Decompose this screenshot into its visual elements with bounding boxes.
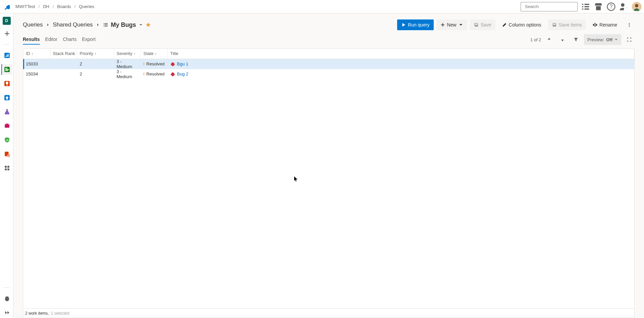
header-crumb[interactable]: Queries bbox=[23, 21, 43, 28]
breadcrumb-item[interactable]: Boards bbox=[56, 3, 72, 10]
column-header-severity[interactable]: Severity↑ bbox=[114, 49, 141, 59]
expand-nav-icon[interactable] bbox=[1, 307, 12, 318]
next-item-button[interactable] bbox=[557, 34, 568, 45]
avatar[interactable] bbox=[632, 2, 641, 11]
run-query-label: Run query bbox=[408, 22, 430, 28]
svg-point-15 bbox=[629, 26, 630, 26]
favorite-star-icon[interactable] bbox=[146, 22, 151, 28]
tabs: ResultsEditorChartsExport bbox=[23, 35, 96, 45]
header-crumb[interactable]: Shared Queries bbox=[53, 21, 93, 28]
svg-text:?: ? bbox=[610, 4, 613, 9]
bug-icon bbox=[170, 62, 175, 66]
status-bar: 2 work items, 1 selected bbox=[23, 308, 634, 318]
status-selected: 1 selected bbox=[51, 311, 69, 316]
breadcrumb-sep: / bbox=[39, 4, 40, 9]
breadcrumb-sep: / bbox=[74, 4, 76, 9]
cell-stack bbox=[50, 69, 77, 79]
column-header-id[interactable]: ID↑ bbox=[23, 49, 50, 59]
results-grid: ID↑ Stack Rank↑ Priority↑ Severity↑ Stat… bbox=[23, 48, 635, 318]
svg-point-4 bbox=[635, 4, 638, 7]
save-button: Save bbox=[470, 19, 495, 30]
table-row[interactable]: 1503423 - MediumResolvedBug 2 bbox=[23, 69, 634, 79]
cell-state: Resolved bbox=[141, 59, 167, 69]
project-badge[interactable]: D bbox=[3, 17, 11, 25]
chevron-right-icon bbox=[46, 23, 50, 26]
breadcrumb-item[interactable]: MWITTest bbox=[14, 3, 37, 10]
preview-toggle[interactable]: Preview: Off bbox=[584, 34, 621, 45]
breadcrumb-item[interactable]: DH bbox=[42, 3, 51, 10]
rename-button[interactable]: Rename bbox=[589, 19, 621, 30]
table-row[interactable]: 1503323 - MediumResolvedBgu 1 bbox=[23, 59, 634, 69]
chevron-down-icon bbox=[614, 38, 618, 41]
topbar: MWITTest / DH / Boards / Queries ? bbox=[0, 0, 644, 13]
preview-label: Preview: bbox=[587, 37, 604, 42]
status-items: 2 work items, bbox=[25, 311, 49, 316]
column-header-priority[interactable]: Priority↑ bbox=[77, 49, 114, 59]
filter-button[interactable] bbox=[571, 34, 581, 45]
chevron-right-icon bbox=[96, 23, 100, 26]
tab-export[interactable]: Export bbox=[82, 35, 95, 45]
marketplace-icon[interactable] bbox=[594, 2, 603, 11]
compliance-icon[interactable] bbox=[1, 135, 12, 145]
chevron-down-icon bbox=[459, 22, 463, 27]
project-settings-icon[interactable] bbox=[1, 293, 12, 304]
column-options-label: Column options bbox=[509, 22, 541, 28]
tab-charts[interactable]: Charts bbox=[63, 35, 76, 45]
boards-icon[interactable] bbox=[1, 64, 12, 75]
help-icon[interactable]: ? bbox=[606, 2, 616, 11]
page-title[interactable]: My Bugs bbox=[111, 21, 136, 29]
preview-value: Off bbox=[606, 37, 612, 42]
search-input[interactable] bbox=[525, 4, 581, 9]
cell-severity: 3 - Medium bbox=[114, 69, 141, 79]
cell-priority: 2 bbox=[77, 69, 114, 79]
cell-id: 15034 bbox=[23, 69, 50, 79]
cell-title: Bgu 1 bbox=[167, 59, 634, 69]
run-query-button[interactable]: Run query bbox=[397, 19, 434, 30]
save-items-label: Save items bbox=[559, 22, 582, 28]
state-dot-icon bbox=[144, 62, 145, 65]
work-item-link[interactable]: Bgu 1 bbox=[177, 61, 189, 66]
cell-id: 15033 bbox=[23, 59, 50, 69]
svg-point-2 bbox=[621, 3, 625, 7]
artifacts-icon[interactable] bbox=[1, 120, 12, 131]
svg-point-13 bbox=[629, 23, 630, 23]
cell-state: Resolved bbox=[141, 69, 167, 79]
wiki-icon[interactable] bbox=[1, 149, 12, 159]
main-content: Queries Shared Queries My Bugs Run query bbox=[13, 13, 644, 318]
state-dot-icon bbox=[144, 72, 145, 75]
tasks-icon[interactable] bbox=[581, 2, 590, 11]
column-header-stack-rank[interactable]: Stack Rank↑ bbox=[50, 49, 77, 59]
tab-results[interactable]: Results bbox=[23, 35, 40, 45]
cell-priority: 2 bbox=[77, 59, 114, 69]
left-nav: D bbox=[0, 13, 13, 318]
cell-stack bbox=[50, 59, 77, 69]
column-options-button[interactable]: Column options bbox=[498, 19, 545, 30]
save-items-button: Save items bbox=[548, 19, 586, 30]
search-box[interactable] bbox=[521, 2, 578, 11]
add-icon[interactable] bbox=[1, 28, 12, 39]
user-settings-icon[interactable] bbox=[619, 2, 629, 11]
work-item-link[interactable]: Bug 2 bbox=[177, 71, 189, 76]
column-header-title[interactable]: Title bbox=[167, 49, 634, 59]
azdo-logo-icon bbox=[4, 3, 11, 10]
testplans-icon[interactable] bbox=[1, 106, 12, 117]
result-counter: 1 of 2 bbox=[530, 37, 541, 42]
pipelines-icon[interactable] bbox=[1, 92, 12, 103]
column-header-state[interactable]: State↑ bbox=[141, 49, 167, 59]
prev-item-button[interactable] bbox=[544, 34, 554, 45]
repos-icon[interactable] bbox=[1, 78, 12, 89]
cell-severity: 3 - Medium bbox=[114, 59, 141, 69]
more-actions-button[interactable] bbox=[624, 19, 635, 30]
svg-rect-10 bbox=[6, 123, 8, 124]
fullscreen-button[interactable] bbox=[624, 34, 635, 45]
new-button[interactable]: New bbox=[436, 19, 467, 30]
save-label: Save bbox=[481, 22, 491, 28]
dashboard-icon[interactable] bbox=[1, 163, 12, 173]
bug-icon bbox=[170, 72, 175, 76]
chevron-down-icon[interactable] bbox=[139, 23, 143, 27]
svg-rect-9 bbox=[5, 124, 9, 128]
breadcrumb-item[interactable]: Queries bbox=[77, 3, 96, 10]
overview-icon[interactable] bbox=[1, 50, 12, 61]
tab-editor[interactable]: Editor bbox=[45, 35, 58, 45]
query-list-icon bbox=[103, 22, 108, 28]
